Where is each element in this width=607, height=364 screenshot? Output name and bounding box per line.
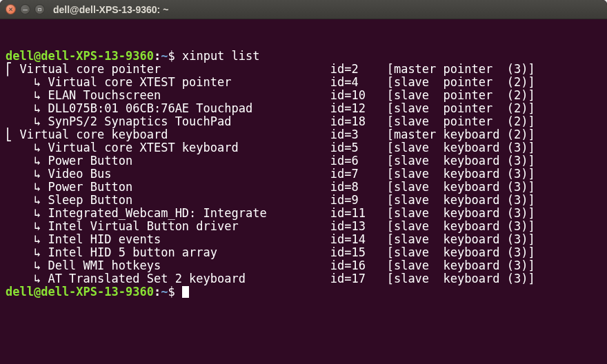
maximize-icon[interactable]: ▫ bbox=[34, 4, 45, 14]
device-child-row: ↳ Virtual core XTEST keyboard id=5 [slav… bbox=[6, 141, 601, 154]
prompt-path: ~ bbox=[161, 285, 168, 299]
prompt-dollar: $ bbox=[168, 285, 175, 299]
device-child-row: ↳ Power Button id=8 [slave keyboard (3)] bbox=[6, 181, 601, 194]
prompt-path: ~ bbox=[161, 49, 168, 63]
device-child-row: ↳ Dell WMI hotkeys id=16 [slave keyboard… bbox=[6, 259, 601, 272]
device-child-row: ↳ Intel HID events id=14 [slave keyboard… bbox=[6, 233, 601, 246]
device-child-row: ↳ Intel HID 5 button array id=15 [slave … bbox=[6, 246, 601, 259]
titlebar-buttons: × – ▫ bbox=[6, 4, 45, 14]
device-child-row: ↳ Intel Virtual Button driver id=13 [sla… bbox=[6, 220, 601, 233]
command-text: xinput list bbox=[182, 49, 260, 63]
prompt-dollar: $ bbox=[168, 49, 175, 63]
titlebar: × – ▫ dell@dell-XPS-13-9360: ~ bbox=[0, 0, 607, 19]
device-child-row: ↳ SynPS/2 Synaptics TouchPad id=18 [slav… bbox=[6, 115, 601, 128]
device-child-row: ↳ DLL075B:01 06CB:76AE Touchpad id=12 [s… bbox=[6, 102, 601, 115]
terminal-body[interactable]: dell@dell-XPS-13-9360:~$ xinput list⎡ Vi… bbox=[0, 19, 607, 330]
window-title: dell@dell-XPS-13-9360: ~ bbox=[53, 4, 168, 15]
terminal-window: × – ▫ dell@dell-XPS-13-9360: ~ dell@dell… bbox=[0, 0, 607, 364]
device-child-row: ↳ Virtual core XTEST pointer id=4 [slave… bbox=[6, 76, 601, 89]
close-icon[interactable]: × bbox=[6, 4, 16, 14]
device-header-row: ⎣ Virtual core keyboard id=3 [master key… bbox=[6, 128, 601, 141]
prompt-user-host: dell@dell-XPS-13-9360 bbox=[6, 285, 154, 299]
device-header-row: ⎡ Virtual core pointer id=2 [master poin… bbox=[6, 63, 601, 76]
minimize-icon[interactable]: – bbox=[20, 4, 30, 14]
prompt-sep: : bbox=[154, 49, 161, 63]
prompt-sep: : bbox=[154, 285, 161, 299]
device-child-row: ↳ Video Bus id=7 [slave keyboard (3)] bbox=[6, 168, 601, 181]
prompt-line-2: dell@dell-XPS-13-9360:~$ bbox=[6, 285, 601, 299]
device-child-row: ↳ Integrated_Webcam_HD: Integrate id=11 … bbox=[6, 207, 601, 220]
prompt-user-host: dell@dell-XPS-13-9360 bbox=[6, 49, 154, 63]
device-child-row: ↳ Sleep Button id=9 [slave keyboard (3)] bbox=[6, 194, 601, 207]
cursor bbox=[182, 286, 189, 298]
device-child-row: ↳ Power Button id=6 [slave keyboard (3)] bbox=[6, 154, 601, 168]
prompt-line-1: dell@dell-XPS-13-9360:~$ xinput list bbox=[6, 50, 601, 63]
device-child-row: ↳ AT Translated Set 2 keyboard id=17 [sl… bbox=[6, 272, 601, 285]
command-output: ⎡ Virtual core pointer id=2 [master poin… bbox=[6, 63, 601, 285]
device-child-row: ↳ ELAN Touchscreen id=10 [slave pointer … bbox=[6, 89, 601, 102]
